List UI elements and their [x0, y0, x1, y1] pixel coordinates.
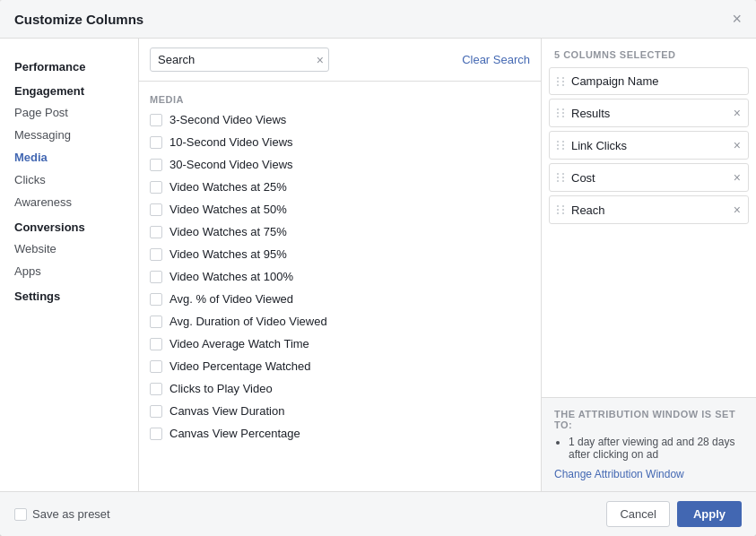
attribution-list: 1 day after viewing ad and 28 days after…	[554, 436, 743, 461]
checkbox-watches-50[interactable]	[150, 203, 162, 216]
save-preset-checkbox[interactable]	[14, 508, 27, 521]
columns-list: MEDIA 3-Second Video Views 10-Second Vid…	[139, 82, 541, 491]
selected-item-results: Results ×	[549, 99, 749, 127]
column-label: Canvas View Duration	[169, 404, 284, 418]
column-label: 10-Second Video Views	[169, 135, 293, 149]
column-label: Clicks to Play Video	[169, 382, 273, 395]
column-label: 3-Second Video Views	[169, 113, 286, 126]
sidebar: Performance Engagement Page Post Messagi…	[0, 39, 139, 491]
list-item[interactable]: 30-Second Video Views	[139, 153, 541, 176]
list-item[interactable]: Video Watches at 100%	[139, 265, 541, 288]
list-item[interactable]: Video Watches at 95%	[139, 243, 541, 265]
checkbox-watches-95[interactable]	[150, 248, 162, 261]
remove-reach-button[interactable]: ×	[734, 203, 741, 217]
content-area: × Clear Search MEDIA 3-Second Video View…	[139, 39, 541, 491]
sidebar-item-awareness[interactable]: Awareness	[0, 191, 138, 213]
footer-buttons: Cancel Apply	[606, 501, 742, 527]
search-input-wrapper: ×	[150, 48, 329, 72]
selected-item-cost: Cost ×	[549, 163, 749, 192]
clear-search-button[interactable]: Clear Search	[462, 53, 530, 66]
sidebar-item-page-post[interactable]: Page Post	[0, 101, 138, 124]
cancel-button[interactable]: Cancel	[606, 501, 669, 527]
column-label: Avg. Duration of Video Viewed	[169, 315, 327, 328]
sidebar-item-media[interactable]: Media	[0, 146, 138, 169]
attribution-title: THE ATTRIBUTION WINDOW IS SET TO:	[554, 409, 743, 430]
list-item[interactable]: Avg. Duration of Video Viewed	[139, 310, 541, 333]
sidebar-section-engagement: Engagement Page Post Messaging Media Cli…	[0, 77, 138, 213]
sidebar-header-settings: Settings	[0, 282, 138, 307]
list-item[interactable]: Avg. % of Video Viewed	[139, 288, 541, 310]
column-label: Video Watches at 50%	[169, 203, 287, 216]
search-clear-icon[interactable]: ×	[317, 53, 324, 67]
list-item[interactable]: 10-Second Video Views	[139, 131, 541, 153]
remove-link-clicks-button[interactable]: ×	[734, 138, 741, 152]
remove-cost-button[interactable]: ×	[734, 170, 741, 185]
column-label: Video Watches at 95%	[169, 247, 287, 261]
save-preset-option[interactable]: Save as preset	[14, 507, 110, 521]
selected-columns-list: Campaign Name Results ×	[542, 67, 756, 397]
selected-item-label: Cost	[571, 171, 728, 185]
drag-handle-icon[interactable]	[557, 173, 566, 182]
right-panel: 5 COLUMNS SELECTED Campaign Name	[541, 39, 756, 491]
attribution-point: 1 day after viewing ad and 28 days after…	[569, 436, 743, 461]
sidebar-header-conversions: Conversions	[0, 213, 138, 238]
checkbox-canvas-pct[interactable]	[150, 428, 162, 440]
close-button[interactable]: ×	[732, 11, 742, 27]
sidebar-section-conversions: Conversions Website Apps	[0, 213, 138, 282]
column-label: Video Percentage Watched	[169, 359, 311, 373]
selected-item-label: Results	[571, 107, 728, 120]
column-label: 30-Second Video Views	[169, 158, 293, 171]
column-label: Canvas View Percentage	[169, 427, 300, 440]
selected-item-label: Campaign Name	[571, 74, 741, 88]
column-label: Video Watches at 100%	[169, 270, 293, 283]
modal-title: Customize Columns	[14, 12, 143, 27]
apply-button[interactable]: Apply	[677, 501, 742, 527]
column-label: Video Watches at 25%	[169, 180, 287, 194]
selected-item-label: Link Clicks	[571, 139, 728, 152]
list-item[interactable]: 3-Second Video Views	[139, 108, 541, 131]
drag-handle-icon[interactable]	[557, 108, 566, 117]
sidebar-item-messaging[interactable]: Messaging	[0, 124, 138, 146]
checkbox-avg-pct[interactable]	[150, 293, 162, 306]
drag-handle-icon	[557, 77, 566, 86]
sidebar-item-apps[interactable]: Apps	[0, 260, 138, 282]
list-item[interactable]: Video Watches at 25%	[139, 176, 541, 198]
drag-handle-icon[interactable]	[557, 205, 566, 214]
checkbox-pct-watched[interactable]	[150, 360, 162, 373]
list-item[interactable]: Video Average Watch Time	[139, 333, 541, 355]
sidebar-header-performance: Performance	[0, 53, 138, 77]
list-item[interactable]: Video Watches at 50%	[139, 198, 541, 220]
checkbox-avg-watch-time[interactable]	[150, 338, 162, 350]
selected-item-campaign-name: Campaign Name	[549, 67, 749, 95]
checkbox-clicks-play[interactable]	[150, 383, 162, 395]
sidebar-item-clicks[interactable]: Clicks	[0, 169, 138, 191]
checkbox-watches-100[interactable]	[150, 271, 162, 283]
remove-results-button[interactable]: ×	[734, 106, 741, 120]
checkbox-watches-25[interactable]	[150, 181, 162, 194]
column-label: Avg. % of Video Viewed	[169, 292, 293, 306]
attribution-box: THE ATTRIBUTION WINDOW IS SET TO: 1 day …	[542, 397, 756, 491]
modal-footer: Save as preset Cancel Apply	[0, 491, 756, 536]
checkbox-watches-75[interactable]	[150, 226, 162, 238]
modal-header: Customize Columns ×	[0, 0, 756, 39]
drag-handle-icon[interactable]	[557, 141, 566, 150]
change-attribution-link[interactable]: Change Attribution Window	[554, 468, 684, 480]
sidebar-item-website[interactable]: Website	[0, 238, 138, 260]
selected-item-label: Reach	[571, 203, 728, 217]
checkbox-10sec-video[interactable]	[150, 136, 162, 149]
sidebar-header-engagement: Engagement	[0, 77, 138, 101]
checkbox-canvas-duration[interactable]	[150, 405, 162, 418]
checkbox-avg-duration[interactable]	[150, 316, 162, 328]
list-item[interactable]: Clicks to Play Video	[139, 377, 541, 400]
sidebar-section-performance: Performance	[0, 53, 138, 77]
selected-item-link-clicks: Link Clicks ×	[549, 131, 749, 160]
sidebar-section-settings: Settings	[0, 282, 138, 307]
search-input[interactable]	[150, 48, 329, 72]
list-item[interactable]: Canvas View Duration	[139, 400, 541, 422]
list-item[interactable]: Canvas View Percentage	[139, 422, 541, 445]
list-item[interactable]: Video Percentage Watched	[139, 355, 541, 377]
checkbox-30sec-video[interactable]	[150, 159, 162, 171]
list-item[interactable]: Video Watches at 75%	[139, 220, 541, 243]
checkbox-3sec-video[interactable]	[150, 114, 162, 126]
selected-item-reach: Reach ×	[549, 195, 749, 224]
